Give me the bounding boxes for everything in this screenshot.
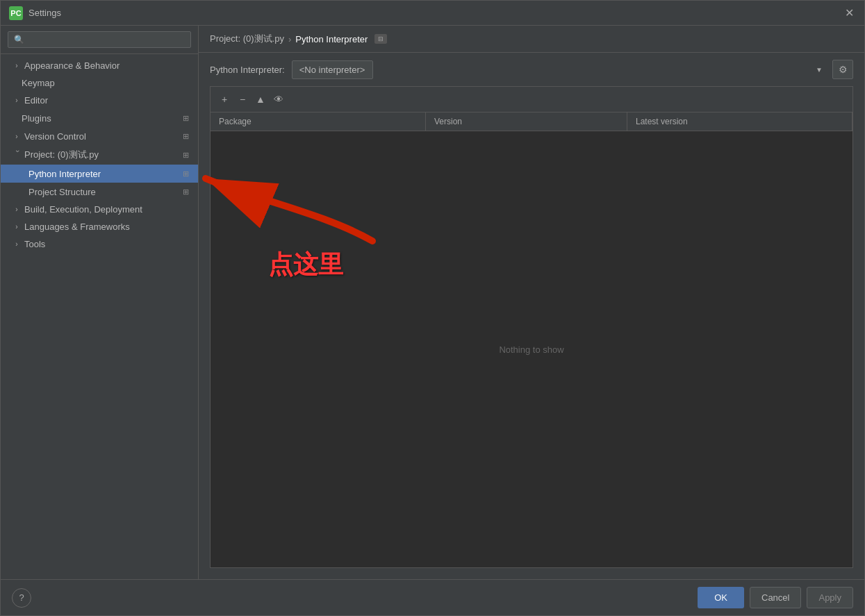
empty-state-text: Nothing to show [499,344,563,355]
select-wrapper: <No interpreter> ▼ [292,60,828,79]
close-button[interactable]: ✕ [842,6,856,20]
sidebar-item-editor[interactable]: › Editor [1,92,198,109]
sidebar-item-label: Project: (0)测试.py [24,149,180,161]
sidebar-item-label: Plugins [22,113,180,124]
sidebar-item-label: Build, Execution, Deployment [24,204,191,215]
breadcrumb-icon: ⊟ [374,34,387,44]
apply-button[interactable]: Apply [807,587,853,608]
expand-arrow-icon: › [12,96,22,106]
sidebar-item-tools[interactable]: › Tools [1,235,198,253]
bottom-bar: ? OK Cancel Apply [1,579,864,615]
title-bar-left: PC Settings [9,6,61,20]
expand-arrow-icon: › [12,150,22,160]
breadcrumb: Project: (0)测试.py › Python Interpreter ⊟ [199,26,864,53]
table-body-empty: Nothing to show [211,131,852,567]
sidebar-item-label: Python Interpreter [28,169,180,179]
expand-arrow-icon: › [12,240,22,249]
sidebar-item-keymap[interactable]: Keymap [1,74,198,92]
sidebar-item-label: Keymap [22,78,191,88]
column-version: Version [426,113,627,131]
pin-icon: ⊞ [180,168,191,179]
sidebar-item-build[interactable]: › Build, Execution, Deployment [1,201,198,218]
sidebar-tree: › Appearance & Behavior Keymap › Editor … [1,54,198,579]
sidebar: › Appearance & Behavior Keymap › Editor … [1,26,199,579]
sidebar-item-label: Appearance & Behavior [24,60,191,71]
expand-arrow-icon: › [12,205,22,215]
right-panel: Project: (0)测试.py › Python Interpreter ⊟… [199,26,864,579]
dialog-title: Settings [28,8,61,18]
expand-arrow-icon: › [12,222,22,232]
add-package-button[interactable]: + [216,91,233,108]
expand-arrow-icon: › [12,131,22,141]
packages-area: + − ▲ 👁 Package Version Latest version N… [210,86,853,568]
sidebar-item-project-structure[interactable]: Project Structure ⊞ [1,183,198,201]
sidebar-item-label: Editor [24,95,191,106]
app-icon: PC [9,6,23,20]
sidebar-item-version-control[interactable]: › Version Control ⊞ [1,127,198,145]
pin-icon: ⊞ [180,149,191,160]
sidebar-item-label: Version Control [24,131,180,142]
sidebar-item-appearance[interactable]: › Appearance & Behavior [1,57,198,74]
main-content: › Appearance & Behavior Keymap › Editor … [1,26,864,579]
cancel-button[interactable]: Cancel [750,587,801,608]
sidebar-item-label: Tools [24,239,191,249]
gear-button[interactable]: ⚙ [832,60,853,79]
expand-arrow-icon: › [12,61,22,71]
settings-dialog: PC Settings ✕ › Appearance & Behavior Ke… [0,0,865,616]
sidebar-item-label: Languages & Frameworks [24,222,191,232]
sidebar-item-label: Project Structure [28,187,180,197]
pin-icon: ⊞ [180,131,191,142]
breadcrumb-project: Project: (0)测试.py [210,33,284,45]
dropdown-arrow-icon: ▼ [816,66,823,74]
interpreter-label: Python Interpreter: [210,65,285,75]
remove-package-button[interactable]: − [234,91,251,108]
packages-toolbar: + − ▲ 👁 [211,87,852,113]
pin-icon: ⊞ [180,186,191,197]
breadcrumb-current: Python Interpreter [295,34,368,44]
help-button[interactable]: ? [12,588,31,608]
gear-icon: ⚙ [839,64,848,75]
sidebar-item-project[interactable]: › Project: (0)测试.py ⊞ [1,145,198,165]
breadcrumb-separator: › [288,34,291,44]
sidebar-item-plugins[interactable]: Plugins ⊞ [1,109,198,127]
action-buttons: OK Cancel Apply [698,587,853,608]
sidebar-item-languages[interactable]: › Languages & Frameworks [1,218,198,235]
sidebar-item-python-interpreter[interactable]: Python Interpreter ⊞ [1,165,198,183]
interpreter-select-wrapper: <No interpreter> ▼ ⚙ [292,60,853,79]
interpreter-row: Python Interpreter: <No interpreter> ▼ ⚙ [199,53,864,86]
pin-icon: ⊞ [180,113,191,124]
column-package: Package [211,113,426,131]
title-bar: PC Settings ✕ [1,1,864,26]
up-button[interactable]: ▲ [252,91,269,108]
search-input[interactable] [8,31,191,48]
search-bar [1,26,198,54]
ok-button[interactable]: OK [698,587,744,608]
column-latest-version: Latest version [627,113,852,131]
table-header: Package Version Latest version [211,113,852,131]
eye-button[interactable]: 👁 [270,91,287,108]
interpreter-select[interactable]: <No interpreter> [292,60,373,79]
